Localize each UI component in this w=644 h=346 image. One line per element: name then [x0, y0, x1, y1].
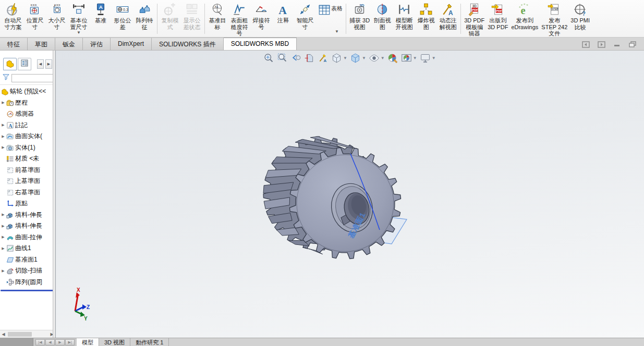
- collapse-pane-left-button[interactable]: [581, 41, 590, 48]
- dropdown-arrow-icon[interactable]: ▼: [432, 56, 436, 60]
- headsup-edit-appearance[interactable]: [386, 52, 399, 65]
- ribbon-item-publish-to-edrawings[interactable]: e发布到 eDrawings: [509, 1, 540, 37]
- headsup-dynamic-annotation-views[interactable]: A: [317, 52, 330, 65]
- prev-frame-button[interactable]: ◀: [45, 339, 55, 345]
- scrollbar-thumb[interactable]: [8, 332, 32, 337]
- tab-sheet-metal[interactable]: 钣金: [55, 38, 83, 50]
- ribbon-item-datum[interactable]: A基准: [90, 1, 112, 37]
- panel-splitter[interactable]: [53, 51, 55, 338]
- headsup-apply-scene[interactable]: ▼: [400, 52, 418, 65]
- dropdown-arrow-icon[interactable]: ▼: [77, 31, 81, 35]
- ribbon-item-dynamic-annotation-views[interactable]: A动态注 解视图: [437, 1, 459, 37]
- tree-item-curve1[interactable]: ▶曲线1: [0, 243, 55, 254]
- ribbon-item-size-dimension[interactable]: ×××大小尺 寸: [46, 1, 68, 37]
- expand-caret-icon[interactable]: ▶: [0, 246, 6, 251]
- ribbon-item-surface-finish-symbol[interactable]: 表面粗 糙度符 号: [228, 1, 250, 37]
- 3d-scene[interactable]: 基准面1 X Z Y: [56, 51, 644, 338]
- bottom-tab-motion-study-1[interactable]: 動作研究 1: [130, 338, 169, 346]
- tree-item-annotations[interactable]: ▶A註記: [0, 120, 55, 131]
- ribbon-item-publish-to-3d-pdf[interactable]: PDF出版到 3D PDF: [486, 1, 509, 37]
- tree-item-boss-extrude1[interactable]: ▶填料-伸長: [0, 209, 55, 221]
- panel-back-arrow[interactable]: ◀: [37, 59, 44, 69]
- scroll-left-arrow[interactable]: ◀: [0, 332, 7, 337]
- dropdown-arrow-icon[interactable]: ▼: [362, 56, 366, 60]
- last-frame-button[interactable]: ▶|: [65, 339, 75, 345]
- ribbon-item-model-break-view[interactable]: 模型断 开视图: [393, 1, 415, 37]
- ribbon-item-note[interactable]: A注释: [272, 1, 294, 37]
- ribbon-item-datum-target[interactable]: A1基准目 标: [206, 1, 228, 37]
- headsup-zoom-to-area[interactable]: [276, 52, 289, 65]
- bottom-tab-3d-views[interactable]: 3D 视图: [99, 338, 130, 346]
- tab-solidworks-mbd[interactable]: SOLIDWORKS MBD: [224, 38, 297, 50]
- ribbon-item-smart-dimension[interactable]: 智能尺 寸: [294, 1, 316, 37]
- tree-item-surface-bodies[interactable]: ▶曲面实体(: [0, 131, 55, 142]
- tree-item-history[interactable]: ▶歷程: [0, 97, 55, 109]
- tab-sketch[interactable]: 草图: [28, 38, 55, 50]
- dropdown-arrow-icon[interactable]: ▼: [381, 56, 385, 60]
- next-frame-button[interactable]: ▶: [55, 339, 65, 345]
- tab-evaluate[interactable]: 评估: [83, 38, 111, 50]
- ribbon-item-tables[interactable]: 表格▼: [316, 1, 344, 37]
- headsup-section-view[interactable]: [303, 52, 316, 65]
- tab-dimxpert[interactable]: DimXpert: [111, 38, 152, 50]
- restore-button[interactable]: [628, 41, 637, 48]
- tree-item-material[interactable]: 材质 <未: [0, 153, 55, 165]
- headsup-hide-show-items[interactable]: ▼: [368, 52, 386, 65]
- expand-caret-icon[interactable]: ▶: [0, 224, 6, 228]
- tree-item-solid-bodies[interactable]: ▶实体(1): [0, 142, 55, 154]
- tree-item-plane1[interactable]: 基准面1: [0, 254, 55, 266]
- expand-caret-icon[interactable]: ▶: [0, 145, 6, 150]
- capture-3d-icon: 3D: [353, 3, 367, 16]
- tree-item-sensors[interactable]: 感測器: [0, 108, 55, 120]
- ribbon-item-section-view[interactable]: 剖面视 图: [371, 1, 393, 37]
- dropdown-arrow-icon[interactable]: ▼: [413, 56, 417, 60]
- tree-item-front-plane[interactable]: 前基準面: [0, 165, 55, 176]
- ribbon-item-geometric-tolerance[interactable]: 0.3形位公 差: [112, 1, 133, 37]
- gear-model[interactable]: [263, 137, 401, 259]
- display-pane-tab[interactable]: [18, 58, 31, 70]
- tree-item-boss-extrude2[interactable]: ▶填料-伸長: [0, 220, 55, 232]
- panel-forward-arrow[interactable]: ▶: [45, 59, 52, 69]
- ribbon-item-location-dimension[interactable]: ×××位置尺 寸: [24, 1, 46, 37]
- expand-caret-icon[interactable]: ▶: [0, 269, 6, 273]
- ribbon-item-pattern-feature[interactable]: 阵列特 征: [133, 1, 155, 37]
- headsup-display-style[interactable]: ▼: [349, 52, 367, 65]
- dropdown-arrow-icon[interactable]: ▼: [335, 30, 339, 34]
- expand-caret-icon[interactable]: ▶: [0, 235, 6, 239]
- first-frame-button[interactable]: |◀: [35, 339, 45, 345]
- expand-caret-icon[interactable]: ▶: [0, 213, 6, 217]
- tree-item-right-plane[interactable]: 右基準面: [0, 187, 55, 199]
- ribbon-item-capture-3d-view[interactable]: 3D捕获 3D 视图: [348, 1, 371, 37]
- tab-features[interactable]: 特征: [0, 38, 28, 50]
- tree-item-top-plane[interactable]: 上基準面: [0, 176, 55, 187]
- tab-solidworks-add-ins[interactable]: SOLIDWORKS 插件: [152, 38, 224, 50]
- tree-item-circular-pattern[interactable]: 阵列(圆周: [0, 277, 55, 288]
- collapse-pane-right-button[interactable]: [597, 41, 605, 48]
- headsup-zoom-to-fit[interactable]: [262, 52, 275, 65]
- headsup-view-orientation[interactable]: ▼: [330, 52, 348, 65]
- tree-root-worm-gear[interactable]: 蜗轮 (預設<<: [0, 86, 55, 97]
- dropdown-arrow-icon[interactable]: ▼: [343, 56, 347, 60]
- headsup-previous-view[interactable]: [289, 52, 302, 65]
- tree-filter-input[interactable]: [11, 74, 53, 82]
- tree-item-cut-sweep[interactable]: ▶切除-扫描: [0, 265, 55, 277]
- headsup-view-settings[interactable]: ▼: [419, 52, 437, 65]
- minimize-button[interactable]: [613, 41, 621, 48]
- ribbon-item-exploded-view[interactable]: 爆炸视 图: [415, 1, 437, 37]
- graphics-viewport[interactable]: 基准面1 X Z Y A▼▼▼▼▼: [56, 51, 644, 338]
- expand-caret-icon[interactable]: ▶: [0, 134, 6, 139]
- bottom-tab-model[interactable]: 模型: [77, 338, 99, 346]
- ribbon-item-publish-step-242[interactable]: STEP发布 STEP 242 文件: [540, 1, 569, 37]
- rollback-bar[interactable]: [1, 290, 55, 291]
- tree-item-surface-extrude[interactable]: ▶曲面-拉伸: [0, 232, 55, 243]
- expand-caret-icon[interactable]: ▶: [0, 101, 6, 105]
- ribbon-item-basic-location-dimension[interactable]: 基本位 置尺寸▼: [68, 1, 90, 37]
- tree-item-origin[interactable]: 原點: [0, 198, 55, 209]
- ribbon-item-3d-pdf-template-editor[interactable]: 3DPDF3D PDF 模板编 辑器: [463, 1, 486, 37]
- feature-manager-tab[interactable]: [3, 58, 17, 70]
- panel-horizontal-scrollbar[interactable]: ◀ ▶: [0, 330, 55, 338]
- ribbon-item-weld-symbol[interactable]: 焊接符 号: [250, 1, 272, 37]
- expand-caret-icon[interactable]: ▶: [0, 123, 6, 127]
- ribbon-item-auto-dim-scheme[interactable]: 自动尺 寸方案: [2, 1, 24, 37]
- ribbon-item-3d-pmi-compare[interactable]: ?3D PMI 比较: [569, 1, 591, 37]
